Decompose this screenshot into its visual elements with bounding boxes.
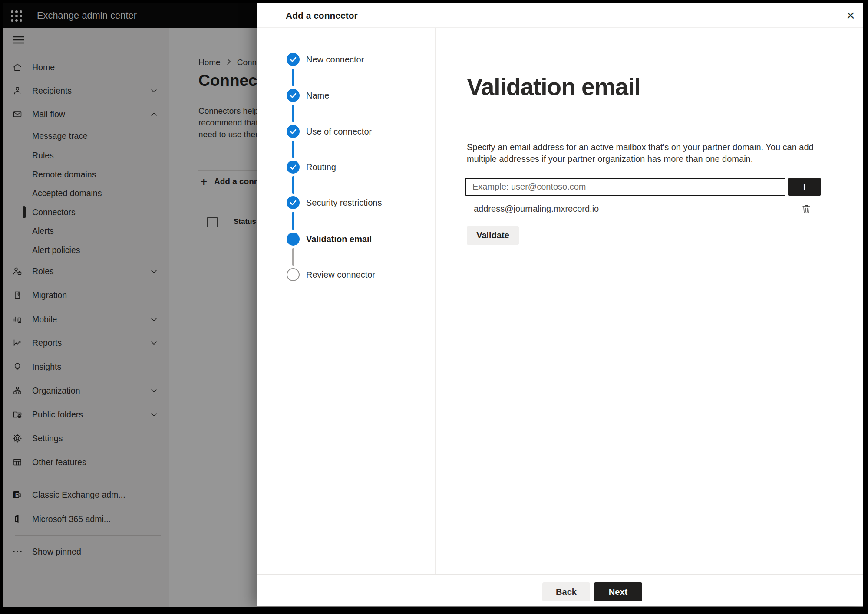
back-button[interactable]: Back	[542, 582, 590, 601]
wizard-step-label[interactable]: Validation email	[306, 233, 372, 246]
wizard-step-circle-completed[interactable]	[287, 161, 300, 174]
wizard-step-connector	[292, 69, 294, 86]
wizard-step-circle-completed[interactable]	[287, 89, 300, 102]
wizard-step-label[interactable]: Security restrictions	[306, 196, 382, 209]
wizard-step-label[interactable]: Routing	[306, 161, 336, 174]
check-icon	[287, 89, 300, 102]
wizard-step-circle-completed[interactable]	[287, 196, 300, 209]
close-icon[interactable]: ×	[841, 6, 860, 25]
wizard-column-divider	[435, 28, 436, 574]
add-connector-modal: Add a connector × New connectorNameUse o…	[257, 3, 863, 606]
wizard-step-connector	[292, 212, 294, 230]
wizard-step-connector	[292, 105, 294, 122]
check-icon	[287, 161, 300, 174]
wizard-step-circle-upcoming[interactable]	[287, 268, 300, 281]
wizard-step-label[interactable]: Use of connector	[306, 125, 372, 138]
wizard-step-connector	[292, 141, 294, 158]
modal-footer-divider	[257, 574, 863, 575]
wizard-step-label[interactable]: Name	[306, 89, 329, 102]
wizard-step-circle-completed[interactable]	[287, 53, 300, 66]
wizard-step-circle-completed[interactable]	[287, 125, 300, 138]
modal-header-divider	[257, 27, 863, 28]
check-icon	[287, 53, 300, 66]
address-list-divider	[467, 222, 842, 222]
wizard-step-connector	[292, 176, 294, 194]
modal-title: Add a connector	[286, 3, 358, 27]
add-email-button[interactable]: +	[788, 178, 821, 196]
check-icon	[287, 125, 300, 138]
app-window: Exchange admin center HomeRecipientsMail…	[3, 3, 863, 607]
wizard-step-label[interactable]: Review connector	[306, 268, 375, 281]
email-address-input[interactable]	[465, 178, 785, 196]
step-heading: Validation email	[467, 73, 640, 101]
wizard-step-circle-current[interactable]	[287, 233, 300, 246]
step-description: Specify an email address for an active m…	[467, 141, 814, 165]
check-icon	[287, 196, 300, 209]
validate-button[interactable]: Validate	[467, 226, 519, 245]
wizard-step-label[interactable]: New connector	[306, 53, 364, 66]
address-email: address@journaling.mxrecord.io	[474, 204, 599, 214]
next-button[interactable]: Next	[594, 582, 642, 601]
trash-icon[interactable]	[800, 203, 812, 215]
address-row: address@journaling.mxrecord.io	[467, 202, 842, 217]
wizard-step-connector	[292, 248, 294, 266]
